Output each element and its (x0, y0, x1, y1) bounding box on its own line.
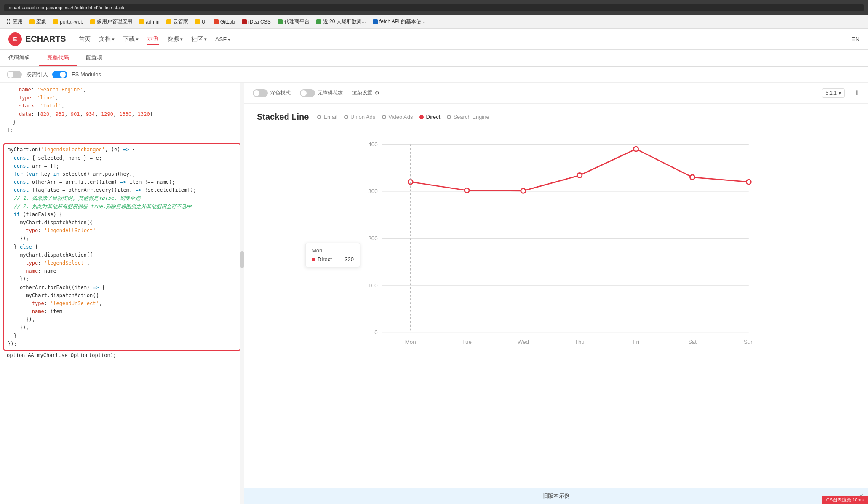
on-demand-toggle[interactable] (7, 71, 22, 78)
browser-bar: echarts.apache.org/examples/zh/editor.ht… (0, 0, 868, 15)
svg-text:100: 100 (368, 282, 377, 289)
download-button[interactable]: ⬇ (854, 89, 860, 97)
version-selector[interactable]: 5.2.1 ▾ (822, 88, 845, 98)
url-bar[interactable]: echarts.apache.org/examples/zh/editor.ht… (4, 4, 864, 11)
tooltip-row: Direct 320 (312, 256, 354, 263)
code-highlighted-block: myChart.on('legendselectchanged', (e) =>… (3, 143, 240, 351)
no-border-control: 无障碍花纹 (300, 89, 343, 97)
code-panel: name: 'Search Engine', type: 'line', sta… (0, 83, 244, 504)
status-bar: CS图表渲染 10ms (822, 496, 868, 504)
legend-email-label: Email (323, 114, 337, 120)
bookmark-apps[interactable]: ⠿ 应用 (3, 16, 25, 27)
nav-download[interactable]: 下载 (123, 34, 139, 45)
tooltip-label: Direct (318, 256, 332, 263)
tooltip-dot (312, 258, 315, 261)
code-scrollbar[interactable] (240, 83, 244, 504)
version-label: 5.2.1 (825, 90, 837, 96)
point-wed (521, 188, 526, 193)
svg-text:Wed: Wed (518, 339, 529, 346)
code-content[interactable]: name: 'Search Engine', type: 'line', sta… (0, 83, 244, 504)
bookmark-portal-web[interactable]: portal-web (51, 18, 86, 26)
nav-community[interactable]: 社区 (191, 34, 207, 45)
nav-language[interactable]: EN (852, 36, 860, 43)
main-content: name: 'Search Engine', type: 'line', sta… (0, 83, 868, 504)
svg-text:200: 200 (368, 235, 377, 241)
render-settings[interactable]: 渲染设置 ⚙ (352, 89, 379, 97)
tooltip-title: Mon (312, 247, 354, 254)
legend-direct[interactable]: Direct (419, 114, 440, 120)
bookmark-cloud[interactable]: 云管家 (164, 17, 191, 27)
svg-text:Mon: Mon (405, 339, 416, 346)
point-sun (746, 180, 751, 184)
legend-direct-label: Direct (426, 114, 440, 120)
point-thu (577, 173, 582, 178)
svg-text:400: 400 (368, 141, 377, 147)
nav-home[interactable]: 首页 (79, 34, 91, 45)
old-version-banner: 旧版本示例 × (244, 488, 868, 504)
chart-tooltip: Mon Direct 320 (305, 243, 360, 267)
bookmark-hongxiang[interactable]: 宏象 (27, 17, 49, 27)
es-modules-label: ES Modules (72, 71, 101, 78)
nav-items: 首页 文档 下载 示例 资源 社区 ASF (79, 33, 231, 45)
bookmark-agent[interactable]: 代理商平台 (275, 17, 312, 27)
chart-panel: 深色模式 无障碍花纹 渲染设置 ⚙ 5.2.1 ▾ ⬇ Stacked Line (244, 83, 868, 504)
echarts-header: E ECHARTS 首页 文档 下载 示例 资源 社区 ASF EN (0, 29, 868, 50)
legend-search-engine-label: Search Engine (453, 114, 489, 120)
direct-line (411, 149, 749, 191)
echarts-logo: E ECHARTS (8, 32, 66, 46)
bookmark-gitlab[interactable]: GitLab (211, 18, 238, 26)
chart-title: Stacked Line (257, 112, 309, 122)
chart-title-row: Stacked Line Email Union Ads Video Ads (257, 112, 855, 122)
legend-video-ads-label: Video Ads (388, 114, 413, 120)
old-version-label: 旧版本示例 (542, 492, 570, 500)
svg-text:Tue: Tue (462, 339, 472, 346)
es-modules-toggle[interactable] (52, 71, 67, 78)
dark-mode-toggle[interactable] (253, 89, 268, 97)
brand-name: ECHARTS (25, 34, 66, 44)
bookmarks-bar: ⠿ 应用 宏象 portal-web 多用户管理应用 admin 云管家 UI … (0, 15, 868, 29)
chart-svg-container: 400 300 200 100 0 Mon Tue Wed Thu Fri Sa… (257, 130, 855, 375)
svg-text:Thu: Thu (575, 339, 585, 346)
dark-mode-control: 深色模式 (253, 89, 291, 97)
point-tue (465, 188, 469, 193)
tab-full-code[interactable]: 完整代码 (39, 50, 77, 66)
toggle-row: 按需引入 ES Modules (0, 67, 868, 83)
bookmark-admin[interactable]: admin (136, 18, 162, 26)
legend-search-engine[interactable]: Search Engine (447, 114, 489, 120)
nav-examples[interactable]: 示例 (147, 33, 159, 45)
on-demand-label: 按需引入 (26, 71, 48, 78)
status-label: CS图表渲染 10ms (826, 497, 864, 503)
legend-video-ads[interactable]: Video Ads (382, 114, 413, 120)
legend-email[interactable]: Email (317, 114, 337, 120)
svg-text:Sat: Sat (688, 339, 697, 346)
no-border-label: 无障碍花纹 (318, 89, 343, 97)
render-settings-label: 渲染设置 (352, 89, 372, 97)
tab-code-edit[interactable]: 代码编辑 (0, 50, 39, 66)
svg-text:Fri: Fri (633, 339, 639, 346)
legend-items: Email Union Ads Video Ads Direct (317, 114, 489, 120)
nav-docs[interactable]: 文档 (99, 34, 115, 45)
nav-resources[interactable]: 资源 (167, 34, 183, 45)
tabs-bar: 代码编辑 完整代码 配置项 (0, 50, 868, 67)
tab-config[interactable]: 配置项 (77, 50, 111, 66)
nav-asf[interactable]: ASF (215, 34, 230, 44)
bookmark-idea-css[interactable]: iDea CSS (239, 18, 273, 26)
legend-union-ads[interactable]: Union Ads (344, 114, 375, 120)
bookmark-viral[interactable]: 近 20 人爆肝数周... (314, 17, 369, 27)
chart-area: Stacked Line Email Union Ads Video Ads (244, 104, 868, 504)
point-fri (634, 147, 638, 151)
svg-text:300: 300 (368, 188, 377, 194)
no-border-toggle[interactable] (300, 89, 315, 97)
point-sat (690, 175, 694, 180)
legend-union-ads-label: Union Ads (350, 114, 375, 120)
bookmark-fetch[interactable]: fetch API 的基本使... (370, 17, 428, 27)
bookmark-multi-user[interactable]: 多用户管理应用 (88, 17, 135, 27)
svg-text:0: 0 (374, 329, 377, 335)
tooltip-value: 320 (345, 256, 354, 263)
svg-text:Sun: Sun (744, 339, 754, 346)
bookmark-ui[interactable]: UI (192, 18, 209, 26)
logo-icon: E (8, 32, 22, 46)
chart-toolbar: 深色模式 无障碍花纹 渲染设置 ⚙ 5.2.1 ▾ ⬇ (244, 83, 868, 104)
chevron-down-icon: ▾ (839, 90, 841, 96)
gear-icon: ⚙ (375, 90, 379, 96)
